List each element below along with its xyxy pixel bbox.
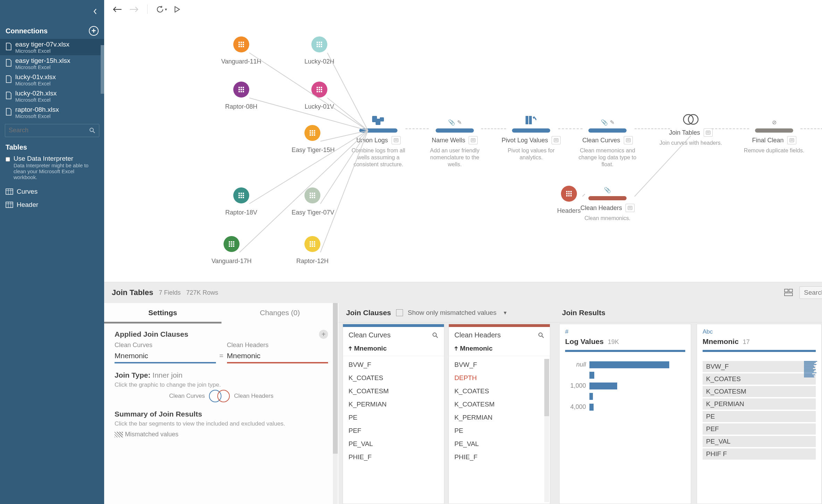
forward-button[interactable]	[129, 6, 139, 13]
recommendations-button[interactable]	[626, 204, 635, 212]
clause-value[interactable]: K_COATES	[449, 385, 550, 398]
sidebar-search-input[interactable]	[9, 127, 89, 134]
flow-step[interactable]: 📎✎Name WellsAdd an user friendly nomencl…	[422, 118, 488, 168]
sort-field[interactable]: Mnemonic	[449, 342, 550, 356]
flow-step[interactable]: ⊘Final CleanRemove duplicate fields.	[741, 118, 807, 154]
clause-value[interactable]: PE	[449, 424, 550, 437]
profile-value[interactable]: K_COATES	[703, 373, 816, 385]
datasource-node[interactable]: Vanguard-11H	[220, 36, 262, 65]
join-type-selector[interactable]: Clean Curves Clean Headers	[115, 390, 328, 402]
connection-item[interactable]: easy tiger-15h.xlsxMicrosoft Excel	[0, 55, 104, 72]
profile-value[interactable]: PEF	[703, 423, 816, 435]
clause-value[interactable]: K_COATESM	[449, 398, 550, 411]
add-connection-button[interactable]: +	[89, 26, 99, 36]
svg-rect-6	[6, 202, 13, 208]
clause-value[interactable]: K_PERMIAN	[449, 411, 550, 424]
profile-value[interactable]: K_COATESM	[703, 386, 816, 397]
connection-item[interactable]: lucky-01v.xlsxMicrosoft Excel	[0, 72, 104, 88]
profile-value[interactable]: BVW_F	[703, 361, 816, 372]
clause-value[interactable]: K_COATES	[343, 371, 444, 385]
sidebar-scrollbar[interactable]	[101, 45, 104, 94]
datasource-node[interactable]: Vanguard-17H	[211, 236, 252, 265]
datasource-node[interactable]: Raptor-18V	[220, 187, 262, 216]
connection-item[interactable]: raptor-08h.xlsxMicrosoft Excel	[0, 104, 104, 120]
search-icon[interactable]	[432, 332, 438, 338]
fields-count: 7 Fields	[159, 289, 181, 296]
flow-step[interactable]: 📎✎Clean CurvesClean mnemonics and change…	[574, 118, 640, 168]
clause-value[interactable]: PE_VAL	[449, 437, 550, 451]
histogram-row[interactable]: null	[565, 361, 685, 368]
venn-icon[interactable]	[209, 390, 230, 402]
search-icon[interactable]	[538, 332, 544, 338]
svg-point-0	[90, 128, 93, 132]
clause-value[interactable]: BVW_F	[449, 358, 550, 371]
recommendations-button[interactable]	[552, 136, 561, 144]
sort-field[interactable]: Mnemonic	[343, 342, 444, 356]
use-di-label: Use Data Interpreter	[14, 155, 99, 162]
result-card-mnemonic[interactable]: Abc Mnemonic17 BVW_FK_COATESK_COATESMK_P…	[697, 324, 822, 504]
clause-value[interactable]: PHIE_F	[343, 451, 444, 464]
datasource-node[interactable]: Raptor-12H	[292, 236, 333, 265]
clause-value[interactable]: PE	[343, 411, 444, 424]
tab-settings[interactable]: Settings	[104, 303, 221, 324]
flow-step[interactable]: Pivot Log ValuesPivot log values for ana…	[498, 118, 564, 161]
histogram-row[interactable]	[565, 393, 685, 400]
flow-link	[558, 128, 582, 129]
profile-value[interactable]: PHIF F	[703, 448, 816, 460]
clause-value[interactable]: PEF	[343, 424, 444, 437]
histogram-row[interactable]: 4,000	[565, 403, 685, 411]
recommendations-button[interactable]	[787, 136, 796, 144]
left-join-field[interactable]: Mnemonic	[115, 352, 216, 362]
datasource-node[interactable]: Easy Tiger-07V	[292, 187, 333, 216]
collapse-sidebar-button[interactable]	[0, 0, 104, 23]
settings-scrollbar[interactable]	[333, 303, 338, 504]
clause-value[interactable]: PHIE_F	[449, 451, 550, 464]
svg-rect-46	[628, 206, 632, 210]
sidebar-search[interactable]	[5, 124, 99, 137]
clause-value[interactable]: K_COATESM	[343, 385, 444, 398]
svg-rect-22	[526, 116, 528, 124]
clause-value[interactable]: BVW_F	[343, 358, 444, 371]
profile-value[interactable]: PE_VAL	[703, 436, 816, 447]
use-data-interpreter-checkbox[interactable]	[6, 156, 10, 162]
datasource-node[interactable]: Lucky-01V	[299, 82, 340, 110]
clauses-dropdown[interactable]: ▼	[503, 310, 508, 316]
applied-clauses-title: Applied Join Clauses	[115, 330, 188, 338]
bottom-panel: Join Tables 7 Fields 727K Rows Settings …	[104, 282, 822, 504]
card-scrollbar[interactable]	[544, 359, 549, 502]
refresh-button[interactable]: ▾	[156, 5, 167, 14]
clause-value[interactable]: PE_VAL	[343, 437, 444, 451]
histogram-row[interactable]: 1,000	[565, 382, 685, 389]
flow-step[interactable]: Join TablesJoin curves with headers.	[658, 118, 724, 146]
connection-item[interactable]: lucky-02h.xlsxMicrosoft Excel	[0, 88, 104, 104]
profile-value[interactable]: K_PERMIAN	[703, 398, 816, 410]
svg-rect-14	[376, 119, 380, 125]
profile-view-icon[interactable]	[783, 287, 794, 298]
back-button[interactable]	[112, 6, 122, 13]
datasource-node[interactable]: Raptor-08H	[220, 82, 262, 110]
recommendations-button[interactable]	[469, 136, 478, 144]
file-icon	[6, 43, 12, 50]
show-mismatched-checkbox[interactable]	[396, 309, 403, 316]
histogram-row[interactable]	[565, 372, 685, 379]
connection-item[interactable]: easy tiger-07v.xlsxMicrosoft Excel	[0, 39, 104, 55]
tab-changes[interactable]: Changes (0)	[221, 303, 339, 324]
bottom-search-input[interactable]	[804, 289, 822, 296]
recommendations-button[interactable]	[704, 128, 713, 137]
recommendations-button[interactable]	[624, 136, 633, 144]
clause-value[interactable]: K_PERMIAN	[343, 398, 444, 411]
clause-value[interactable]: DEPTH	[449, 371, 550, 385]
right-join-field[interactable]: Mnemonic	[227, 352, 328, 362]
add-clause-button[interactable]: +	[319, 330, 328, 339]
table-item-curves[interactable]: Curves	[6, 185, 99, 198]
profile-value[interactable]: PE	[703, 411, 816, 422]
run-button[interactable]	[174, 6, 180, 13]
datasource-node[interactable]: Lucky-02H	[299, 36, 340, 65]
recommendations-button[interactable]	[392, 136, 401, 144]
flow-canvas[interactable]: Vanguard-11HLucky-02HRaptor-08HLucky-01V…	[104, 14, 822, 282]
clause-card-right: Clean Headers Mnemonic BVW_FDEPTHK_COATE…	[448, 324, 550, 504]
table-item-header[interactable]: Header	[6, 198, 99, 211]
result-card-log-values[interactable]: # Log Values19K null1,0004,000	[559, 324, 691, 504]
flow-step[interactable]: 📎Clean HeadersClean mnemonics.	[574, 186, 640, 222]
bottom-search[interactable]	[799, 286, 822, 299]
